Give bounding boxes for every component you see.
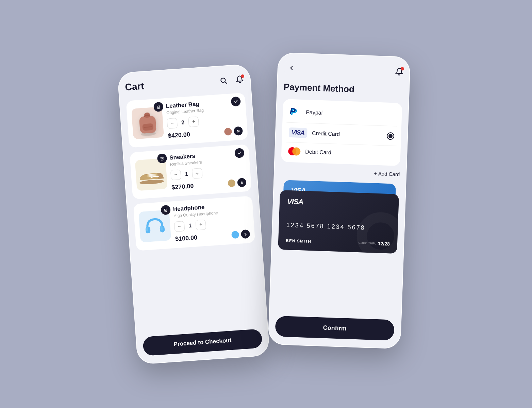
- notification-badge: [241, 74, 245, 78]
- cart-item-leather-bag: Leather Bag Original Leather Bag − 2 + $…: [126, 93, 248, 148]
- sneakers-price: $270.00: [171, 182, 194, 191]
- headphone-increase-button[interactable]: +: [195, 220, 206, 231]
- leather-bag-options: M: [224, 126, 243, 136]
- radio-inner: [388, 134, 393, 138]
- headphone-quantity: 1: [188, 222, 192, 229]
- debit-card-option[interactable]: Debit Card: [285, 142, 397, 164]
- leather-bag-price-row: $420.00 M: [168, 126, 243, 140]
- leather-bag-color: [224, 128, 232, 136]
- cart-title: Cart: [124, 81, 144, 93]
- confirm-button[interactable]: Confirm: [275, 316, 395, 341]
- notification-button[interactable]: [235, 75, 244, 84]
- headphone-price-row: $100.00 S: [175, 230, 250, 243]
- visa-icon: VISA: [289, 128, 307, 138]
- leather-bag-increase-button[interactable]: +: [188, 116, 199, 127]
- cart-item-sneakers: Sneakers Replica Sneakers − 1 + $270.00 …: [130, 144, 252, 199]
- sneakers-increase-button[interactable]: +: [192, 168, 203, 179]
- leather-bag-decrease-button[interactable]: −: [167, 118, 178, 129]
- payment-phone: Payment Method P P Paypal VISA Credit Ca: [268, 52, 411, 349]
- mastercard-icon: [288, 147, 301, 156]
- leather-bag-info: Leather Bag Original Leather Bag − 2 + $…: [166, 98, 243, 140]
- payment-notification-badge: [401, 67, 404, 70]
- credit-card-label: Credit Card: [312, 130, 382, 139]
- search-button[interactable]: [216, 73, 231, 88]
- dark-card[interactable]: VISA 1234 5678 1234 5678 BEN SMITH GOOD …: [278, 190, 399, 254]
- leather-bag-quantity: 2: [181, 119, 185, 126]
- headphone-price: $100.00: [175, 234, 197, 242]
- svg-rect-14: [146, 227, 148, 231]
- paypal-option[interactable]: P P Paypal: [286, 101, 398, 126]
- sneakers-info: Sneakers Replica Sneakers − 1 + $270.00 …: [169, 149, 247, 192]
- headphone-options: S: [231, 230, 250, 240]
- payment-notification-button[interactable]: [395, 68, 403, 76]
- headphone-quantity-row: − 1 +: [174, 217, 249, 232]
- add-card-button[interactable]: + Add Card: [281, 167, 400, 177]
- headphone-size: S: [241, 230, 250, 239]
- sneakers-decrease-button[interactable]: −: [170, 169, 181, 180]
- cart-item-headphone: Headphone High Quality Headphone − 1 + $…: [133, 196, 255, 251]
- payment-header: [284, 61, 403, 79]
- svg-rect-15: [160, 226, 163, 230]
- back-button[interactable]: [284, 61, 299, 75]
- svg-point-7: [139, 179, 164, 185]
- paypal-icon: P P: [289, 106, 301, 118]
- leather-bag-size: M: [233, 126, 243, 136]
- payment-options-list: P P Paypal VISA Credit Card: [281, 99, 402, 166]
- cards-stack: VISA VISA 1234 5678 1234 5678 BEN SMITH …: [278, 180, 399, 252]
- card-watermark: [356, 211, 399, 254]
- credit-card-radio[interactable]: [387, 132, 395, 140]
- paypal-label: Paypal: [306, 109, 395, 118]
- headphone-color: [231, 231, 239, 239]
- dark-card-visa-logo: VISA: [287, 197, 392, 210]
- payment-title: Payment Method: [283, 82, 403, 96]
- cart-phone: Cart: [117, 64, 270, 364]
- leather-bag-price: $420.00: [168, 131, 190, 139]
- headphone-info: Headphone High Quality Headphone − 1 + $…: [173, 201, 250, 243]
- headphone-decrease-button[interactable]: −: [174, 221, 185, 232]
- sneakers-price-row: $270.00 8: [171, 178, 247, 192]
- sneakers-color: [228, 179, 235, 187]
- sneakers-size: 8: [237, 178, 247, 187]
- sneakers-quantity-row: − 1 +: [170, 165, 246, 180]
- svg-line-1: [225, 82, 227, 83]
- sneakers-quantity: 1: [185, 171, 188, 177]
- debit-card-label: Debit Card: [305, 149, 394, 158]
- leather-bag-quantity-row: − 2 +: [167, 113, 242, 129]
- checkout-button[interactable]: Proceed to Checkout: [143, 329, 263, 356]
- sneakers-options: 8: [228, 178, 247, 188]
- add-card-label: + Add Card: [374, 171, 400, 177]
- card-holder: BEN SMITH: [286, 238, 311, 244]
- cart-header: Cart: [124, 72, 244, 94]
- mc-circle-right: [292, 147, 301, 156]
- cart-header-icons: [216, 72, 245, 88]
